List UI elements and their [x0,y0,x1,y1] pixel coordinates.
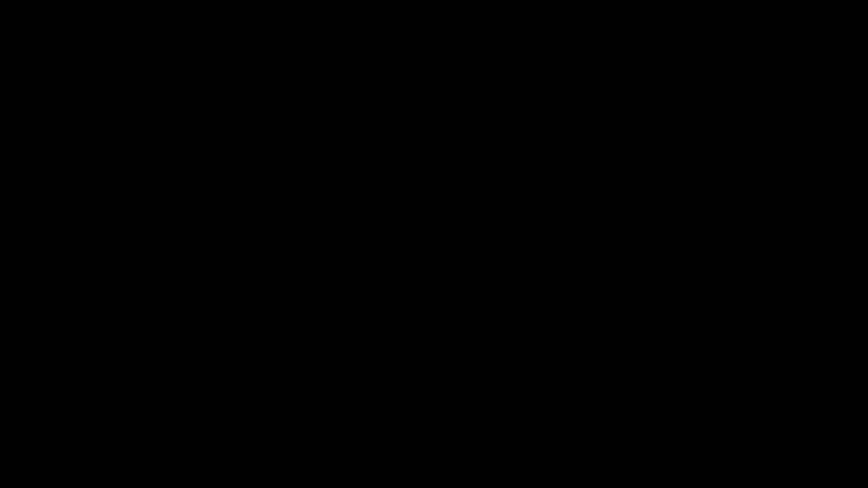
meteor-analysis-app [0,0,868,488]
frame-toolbar [0,0,868,24]
plot-canvas[interactable] [0,0,868,488]
